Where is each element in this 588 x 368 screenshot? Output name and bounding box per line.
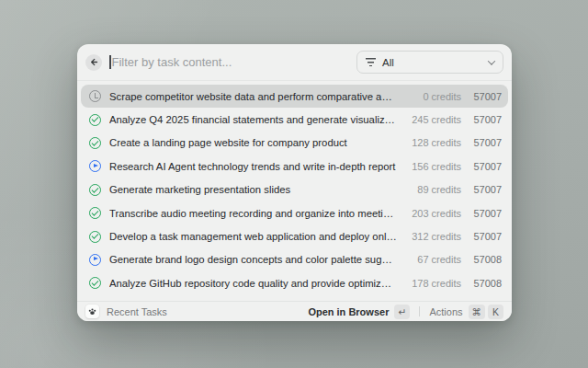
footer-divider: [419, 306, 420, 316]
task-row[interactable]: Research AI Agent technology trends and …: [81, 155, 508, 178]
task-id: 57007: [461, 208, 502, 219]
task-title: Generate brand logo design concepts and …: [109, 254, 397, 265]
task-title: Generate marketing presentation slides: [109, 184, 397, 195]
actions-button[interactable]: Actions: [429, 306, 462, 317]
filter-dropdown[interactable]: All: [356, 51, 503, 74]
k-key-badge: K: [488, 305, 503, 319]
task-credits: 178 credits: [397, 278, 461, 289]
check-circle-icon: [89, 207, 101, 219]
task-row[interactable]: Scrape competitor website data and perfo…: [81, 85, 508, 108]
footer-app-label: Recent Tasks: [107, 306, 167, 317]
task-id: 57008: [461, 254, 502, 265]
task-row[interactable]: Generate brand logo design concepts and …: [81, 248, 508, 271]
task-credits: 245 credits: [397, 114, 461, 125]
app-icon: [85, 305, 99, 318]
task-credits: 156 credits: [397, 161, 461, 172]
play-circle-icon: [89, 160, 101, 172]
task-row[interactable]: Transcribe audio meeting recording and o…: [81, 201, 508, 224]
task-title: Transcribe audio meeting recording and o…: [109, 208, 397, 219]
task-list: Scrape competitor website data and perfo…: [77, 81, 512, 301]
task-title: Research AI Agent technology trends and …: [109, 161, 397, 172]
cmd-key-badge: ⌘: [469, 305, 486, 319]
play-circle-icon: [89, 254, 101, 266]
filter-lines-icon: [366, 58, 376, 66]
task-credits: 203 credits: [397, 208, 461, 219]
task-credits: 128 credits: [397, 137, 461, 148]
task-id: 57007: [461, 137, 502, 148]
task-row[interactable]: Develop a task management web applicatio…: [81, 224, 508, 247]
footer-bar: Recent Tasks Open in Browser ↵ Actions ⌘…: [77, 301, 512, 321]
text-caret: [109, 55, 111, 69]
chevron-down-icon: [488, 57, 495, 64]
task-title: Develop a task management web applicatio…: [109, 231, 397, 242]
task-credits: 67 credits: [397, 254, 461, 265]
return-key-badge: ↵: [394, 305, 410, 319]
search-input[interactable]: [112, 55, 357, 69]
task-title: Analyze GitHub repository code quality a…: [109, 278, 397, 289]
task-title: Scrape competitor website data and perfo…: [109, 91, 397, 102]
check-circle-icon: [89, 277, 101, 289]
task-row[interactable]: Generate marketing presentation slides 8…: [81, 178, 508, 201]
task-id: 57008: [461, 278, 502, 289]
task-id: 57007: [461, 91, 502, 102]
check-circle-icon: [89, 231, 101, 243]
task-id: 57007: [461, 231, 502, 242]
clock-icon: [89, 90, 101, 102]
task-title: Analyze Q4 2025 financial statements and…: [109, 114, 397, 125]
task-id: 57007: [461, 184, 502, 195]
check-circle-icon: [89, 184, 101, 196]
search-header: All: [77, 44, 512, 81]
task-credits: 89 credits: [397, 184, 461, 195]
task-title: Create a landing page website for compan…: [109, 137, 397, 148]
command-palette-window: All Scrape competitor website data and p…: [77, 44, 512, 321]
task-credits: 0 credits: [397, 91, 461, 102]
paw-icon: [88, 307, 96, 316]
check-circle-icon: [89, 114, 101, 126]
task-row[interactable]: Analyze GitHub repository code quality a…: [81, 271, 508, 294]
task-row[interactable]: Create a landing page website for compan…: [81, 132, 508, 155]
task-id: 57007: [461, 114, 502, 125]
check-circle-icon: [89, 137, 101, 149]
filter-dropdown-value: All: [382, 57, 394, 68]
task-credits: 312 credits: [397, 231, 461, 242]
task-id: 57007: [461, 161, 502, 172]
arrow-left-icon: [89, 57, 99, 67]
open-in-browser-button[interactable]: Open in Browser: [308, 306, 389, 317]
task-row[interactable]: Analyze Q4 2025 financial statements and…: [81, 108, 508, 131]
back-button[interactable]: [85, 54, 102, 71]
desktop-wallpaper: All Scrape competitor website data and p…: [0, 0, 588, 368]
